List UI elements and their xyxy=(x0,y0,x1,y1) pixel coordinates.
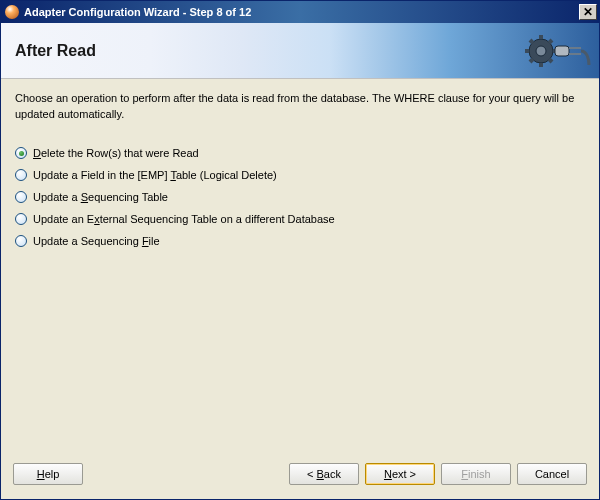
cancel-button[interactable]: Cancel xyxy=(517,463,587,485)
svg-line-9 xyxy=(549,40,552,43)
radio-icon xyxy=(15,213,27,225)
option-sequencing-file[interactable]: Update a Sequencing File xyxy=(15,233,585,250)
option-label: Update a Sequencing File xyxy=(33,235,160,247)
svg-point-1 xyxy=(536,46,546,56)
svg-line-8 xyxy=(530,59,533,62)
radio-icon xyxy=(15,169,27,181)
gear-plug-icon xyxy=(521,29,591,73)
radio-icon xyxy=(15,191,27,203)
wizard-footer: Help < Back Next > Finish Cancel xyxy=(1,457,599,499)
wizard-header: After Read xyxy=(1,23,599,79)
svg-line-6 xyxy=(530,40,533,43)
option-label: Update a Sequencing Table xyxy=(33,191,168,203)
option-label: Update an External Sequencing Table on a… xyxy=(33,213,335,225)
page-title: After Read xyxy=(1,42,96,60)
radio-icon xyxy=(15,235,27,247)
option-label: Delete the Row(s) that were Read xyxy=(33,147,199,159)
window-title: Adapter Configuration Wizard - Step 8 of… xyxy=(24,6,579,18)
radio-icon xyxy=(15,147,27,159)
radio-group-after-read: Delete the Row(s) that were Read Update … xyxy=(15,145,585,250)
back-button[interactable]: < Back xyxy=(289,463,359,485)
option-logical-delete[interactable]: Update a Field in the [EMP] Table (Logic… xyxy=(15,167,585,184)
titlebar: Adapter Configuration Wizard - Step 8 of… xyxy=(1,1,599,23)
next-button[interactable]: Next > xyxy=(365,463,435,485)
svg-rect-10 xyxy=(555,46,569,56)
app-icon xyxy=(5,5,19,19)
help-button[interactable]: Help xyxy=(13,463,83,485)
option-external-sequencing[interactable]: Update an External Sequencing Table on a… xyxy=(15,211,585,228)
instruction-text: Choose an operation to perform after the… xyxy=(15,91,585,123)
finish-button: Finish xyxy=(441,463,511,485)
option-sequencing-table[interactable]: Update a Sequencing Table xyxy=(15,189,585,206)
close-icon[interactable]: ✕ xyxy=(579,4,597,20)
wizard-window: Adapter Configuration Wizard - Step 8 of… xyxy=(0,0,600,500)
svg-line-7 xyxy=(549,59,552,62)
option-delete-rows[interactable]: Delete the Row(s) that were Read xyxy=(15,145,585,162)
option-label: Update a Field in the [EMP] Table (Logic… xyxy=(33,169,277,181)
content-area: Choose an operation to perform after the… xyxy=(1,79,599,457)
